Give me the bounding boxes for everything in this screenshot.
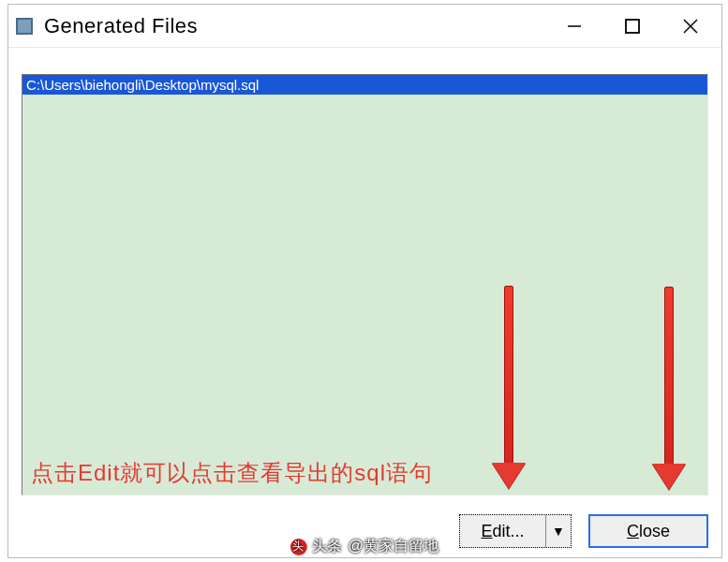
watermark-logo-icon: 头 [290,539,306,555]
close-label-rest: lose [639,522,670,540]
close-button[interactable]: Close [588,514,708,548]
edit-button[interactable]: Edit... [460,515,546,547]
close-mnemonic: C [627,522,639,540]
button-row: Edit... ▼ Close [459,514,708,548]
edit-label-rest: dit... [493,522,525,540]
close-window-button[interactable] [661,5,720,47]
maximize-button[interactable] [603,5,661,47]
minimize-button[interactable] [545,5,603,47]
window-frame: Generated Files C:\Users\biehongli\Deskt… [7,4,722,558]
titlebar[interactable]: Generated Files [8,5,721,48]
svg-rect-1 [626,20,639,33]
window-title: Generated Files [44,14,545,38]
chevron-down-icon: ▼ [552,524,565,539]
app-icon [16,18,33,35]
client-area: C:\Users\biehongli\Desktop\mysql.sql 点击E… [8,48,721,557]
window-controls [545,5,720,47]
close-icon [682,18,699,35]
file-listbox[interactable]: C:\Users\biehongli\Desktop\mysql.sql [22,74,708,495]
minimize-icon [566,18,583,35]
edit-split-button: Edit... ▼ [459,514,572,548]
annotation-text: 点击Edit就可以点击查看导出的sql语句 [31,458,433,488]
watermark-handle: @黄家自留地 [348,537,438,556]
edit-mnemonic: E [481,522,492,540]
list-item[interactable]: C:\Users\biehongli\Desktop\mysql.sql [22,75,707,95]
edit-dropdown-button[interactable]: ▼ [546,515,571,547]
watermark: 头 头条 @黄家自留地 [290,537,438,556]
watermark-prefix: 头条 [312,537,342,556]
maximize-icon [625,19,640,34]
